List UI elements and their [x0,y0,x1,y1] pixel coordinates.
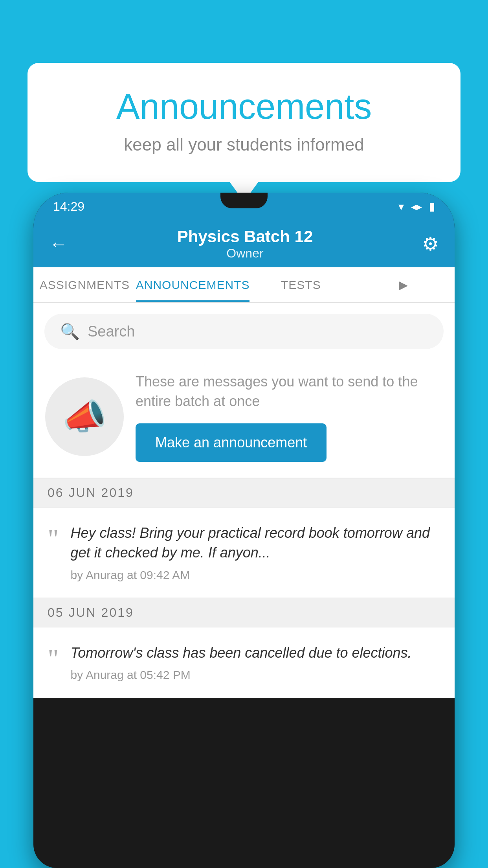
announcement-text-2: Tomorrow's class has been cancelled due … [71,643,440,663]
megaphone-circle: 📣 [45,377,124,456]
search-bar[interactable]: 🔍 Search [44,314,444,349]
tab-announcements[interactable]: ANNOUNCEMENTS [136,267,250,302]
status-time: 14:29 [53,199,84,214]
speech-bubble: Announcements keep all your students inf… [28,63,460,182]
date-separator-1: 06 JUN 2019 [33,478,455,508]
back-button[interactable]: ← [49,233,68,255]
header-role: Owner [177,246,313,261]
announcement-text-1: Hey class! Bring your practical record b… [71,523,440,563]
status-bar: 14:29 ▾ ◂▸ ▮ [33,193,455,220]
phone-frame: 14:29 ▾ ◂▸ ▮ ← Physics Batch 12 Owner ⚙ … [33,193,455,868]
tab-tests[interactable]: TESTS [250,267,352,302]
battery-icon: ▮ [429,200,435,213]
intro-card: Announcements keep all your students inf… [28,63,460,182]
status-icons: ▾ ◂▸ ▮ [398,200,435,213]
quote-icon-1: " [48,525,59,553]
tab-bar: ASSIGNMENTS ANNOUNCEMENTS TESTS ▶ [33,267,455,303]
tab-more[interactable]: ▶ [352,267,455,302]
search-icon: 🔍 [60,322,80,341]
announcement-meta-1: by Anurag at 09:42 AM [71,568,440,582]
announcement-content-1: Hey class! Bring your practical record b… [71,523,440,582]
header-title-section: Physics Batch 12 Owner [177,227,313,261]
date-separator-2: 05 JUN 2019 [33,598,455,627]
settings-icon[interactable]: ⚙ [422,233,439,255]
make-announcement-button[interactable]: Make an announcement [136,423,327,462]
megaphone-icon: 📣 [62,396,106,438]
bubble-title: Announcements [59,86,429,127]
quote-icon-2: " [48,645,59,673]
header-batch-name: Physics Batch 12 [177,227,313,246]
announcement-meta-2: by Anurag at 05:42 PM [71,668,440,682]
announcement-item-2[interactable]: " Tomorrow's class has been cancelled du… [33,627,455,698]
announcement-content-2: Tomorrow's class has been cancelled due … [71,643,440,682]
signal-icon: ◂▸ [411,200,422,213]
notch [220,193,268,208]
announcement-right: These are messages you want to send to t… [136,372,443,462]
tab-assignments[interactable]: ASSIGNMENTS [33,267,136,302]
wifi-icon: ▾ [398,200,404,213]
bubble-subtitle: keep all your students informed [59,135,429,154]
app-header: ← Physics Batch 12 Owner ⚙ [33,220,455,267]
announcement-item-1[interactable]: " Hey class! Bring your practical record… [33,508,455,598]
announcement-prompt: 📣 These are messages you want to send to… [33,360,455,478]
content-area: 🔍 Search 📣 These are messages you want t… [33,303,455,698]
search-placeholder: Search [88,323,135,340]
announcement-description: These are messages you want to send to t… [136,372,443,412]
